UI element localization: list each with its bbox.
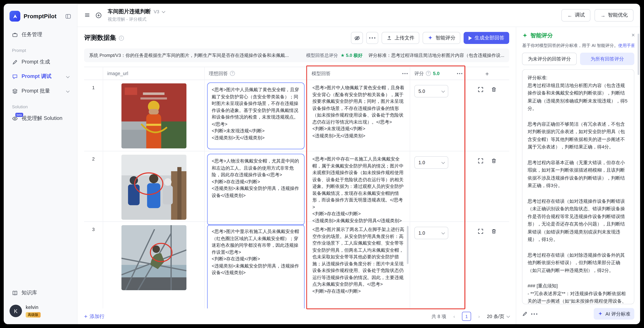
sparkle-icon	[598, 311, 603, 316]
score-select[interactable]: 1.0	[414, 156, 448, 169]
page-size-select[interactable]: 20 条/页	[487, 313, 509, 319]
cell-scrollbar[interactable]	[407, 226, 408, 264]
sidebar-collapse-icon[interactable]	[65, 13, 72, 20]
help-icon	[230, 71, 235, 76]
column-ideal-answer: 理想回答	[205, 67, 308, 80]
layers-icon	[12, 88, 18, 94]
circle-plus-icon[interactable]	[95, 12, 102, 19]
dataset-section: 评测数据集 上传文件	[78, 27, 516, 324]
sidebar: PromptPilot 任务管理 Prompt Prompt 生成 Prompt…	[4, 4, 78, 324]
ideal-answer-text[interactable]: <思考>图片中人员佩戴了黄色安全帽，且穿戴了安全防护背心（含安全带类装备）；同时…	[207, 83, 304, 149]
page-title: 评测数据集	[84, 34, 116, 43]
mode-subtitle: 视觉理解 - 评分模式	[108, 17, 165, 22]
model-column-menu[interactable]	[404, 73, 406, 74]
logo-row: PromptPilot	[4, 4, 77, 28]
upload-file-button[interactable]: 上传文件	[382, 32, 420, 44]
score-cell: 5.0	[410, 80, 465, 152]
smart-scoring-panel: 智能评分 × 基于你对模型回答的评分标准，用于 AI 智能评分。使用手册 为未评…	[516, 27, 640, 324]
ideal-answer-text[interactable]: <思考>图片中显示有施工人员未佩戴安全帽（红色圈注区域的工人未佩戴安全帽）；穿迷…	[207, 224, 304, 308]
score-column-menu[interactable]	[459, 73, 460, 74]
vision-icon: beta	[12, 115, 18, 121]
edit-icon[interactable]	[522, 311, 528, 317]
version-selector[interactable]: V3	[154, 9, 160, 14]
sidebar-item-tasks[interactable]: 任务管理	[7, 28, 74, 42]
image-cell	[103, 222, 205, 308]
panel-description: 基于你对模型回答的评分标准，用于 AI 智能评分。使用手册	[522, 43, 634, 49]
app-logo-icon	[10, 11, 20, 22]
star-icon: ★	[340, 53, 345, 58]
info-icon	[119, 36, 124, 41]
system-prompt-bar: 系统 Prompt/V3：你的任务是根据生产车间的图片，判断生产车间是否存在违规…	[84, 49, 510, 62]
tab-score-all[interactable]: 为所有回答评分	[580, 53, 634, 65]
panel-scrollbar[interactable]	[638, 34, 639, 75]
column-actions: +	[465, 67, 509, 80]
smart-optimize-button[interactable]: → 智能优化	[594, 9, 634, 22]
close-icon[interactable]: ×	[632, 32, 635, 38]
sidebar-item-prompt-batch[interactable]: Prompt 批量	[7, 84, 74, 98]
score-select[interactable]: 1.0	[414, 227, 448, 239]
prev-page-button[interactable]: ‹	[450, 312, 459, 321]
row-2-image[interactable]	[121, 155, 186, 220]
debug-button[interactable]: ← 调试	[562, 9, 590, 22]
plus-icon: +	[84, 313, 88, 320]
image-cell	[103, 151, 205, 228]
score-cell: 1.0	[410, 151, 465, 228]
ideal-answer-cell: <思考>人物没有佩戴安全帽，尤其是中间的和左边的工人。且设备的使用方式非常危险，…	[205, 151, 308, 228]
upload-button-label: 上传文件	[394, 35, 414, 42]
chevron-down-icon	[66, 89, 70, 92]
more-options-button[interactable]	[534, 313, 535, 314]
column-index	[84, 67, 103, 80]
tab-score-unscored[interactable]: 为未评分的回答评分	[522, 53, 577, 65]
chevron-down-icon	[66, 75, 70, 78]
ellipsis-icon	[372, 37, 373, 39]
user-name: kelvin	[26, 304, 40, 310]
add-column-button[interactable]: +	[485, 70, 489, 77]
menu-icon[interactable]	[84, 12, 90, 19]
delete-row-button[interactable]	[491, 87, 497, 93]
add-row-button[interactable]: + 添加行	[84, 313, 104, 320]
image-cell	[103, 80, 205, 152]
generate-all-label: 生成全部回答	[474, 35, 504, 42]
table-row: 3	[84, 222, 510, 308]
add-row-label: 添加行	[90, 313, 104, 320]
score-select[interactable]: 5.0	[414, 85, 448, 98]
briefcase-icon	[12, 32, 18, 38]
row-index: 3	[84, 222, 103, 308]
sidebar-item-vision-solution[interactable]: beta 视觉理解 Solution	[7, 112, 74, 125]
row-1-image[interactable]	[121, 83, 186, 149]
sidebar-item-label: 知识库	[22, 289, 37, 296]
expand-row-button[interactable]	[478, 228, 484, 234]
book-icon	[12, 290, 18, 296]
sidebar-item-prompt-debug[interactable]: Prompt 调试	[7, 70, 74, 83]
table-body: 1	[84, 80, 510, 308]
delete-row-button[interactable]	[491, 158, 497, 164]
generate-all-button[interactable]: 生成全部回答	[464, 32, 509, 44]
app-name: PromptPilot	[24, 13, 56, 20]
row-3-image[interactable]	[121, 225, 186, 290]
chevron-down-icon	[442, 89, 445, 93]
user-profile[interactable]: K kelvin 高级版	[4, 300, 77, 324]
system-prompt-text: 系统 Prompt/V3：你的任务是根据生产车间的图片，判断生产车间是否存在违规…	[89, 52, 300, 59]
screen: PromptPilot 任务管理 Prompt Prompt 生成 Prompt…	[0, 0, 644, 328]
ideal-answer-cell: <思考>图片中人员佩戴了黄色安全帽，且穿戴了安全防护背心（含安全带类装备）；同时…	[205, 80, 308, 152]
smart-score-button[interactable]: 智能评分	[423, 32, 460, 44]
hide-columns-button[interactable]	[351, 32, 363, 44]
sidebar-item-knowledge[interactable]: 知识库	[7, 286, 74, 300]
more-actions-button[interactable]	[366, 32, 378, 44]
next-page-button[interactable]: ›	[474, 312, 484, 321]
row-index: 2	[84, 151, 103, 228]
column-image-url: image_url	[103, 67, 205, 80]
delete-row-button[interactable]	[491, 228, 497, 234]
ai-criteria-label: AI 评分标准	[606, 311, 630, 317]
expand-row-button[interactable]	[478, 87, 484, 93]
avatar: K	[10, 305, 22, 317]
chevron-down-icon	[506, 314, 510, 318]
manual-link[interactable]: 使用手册	[618, 43, 634, 48]
sidebar-item-prompt-gen[interactable]: Prompt 生成	[7, 55, 74, 69]
panel-footer: AI 评分标准	[522, 304, 634, 320]
current-page-button[interactable]: 1	[462, 312, 471, 321]
ai-criteria-button[interactable]: AI 评分标准	[594, 308, 634, 320]
expand-row-button[interactable]	[478, 158, 484, 164]
ideal-answer-text[interactable]: <思考>人物没有佩戴安全帽，尤其是中间的和左边的工人。且设备的使用方式非常危险，…	[207, 154, 304, 226]
dataset-table: image_url 理想回答 模型回答 评分 5.0	[84, 67, 510, 308]
